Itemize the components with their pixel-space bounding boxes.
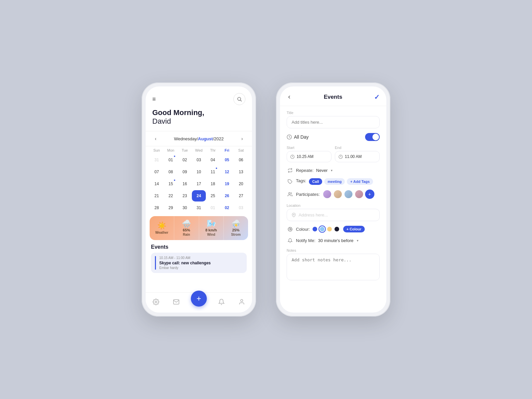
back-button[interactable] — [287, 94, 292, 100]
wind-label: Wind — [207, 233, 215, 236]
repeat-label: Repeate: — [296, 168, 314, 173]
tags-row-container: Tags: Call meeting + Add Tags — [287, 178, 380, 185]
add-tag-button[interactable]: + Add Tags — [347, 178, 373, 185]
rain-icon: 🌧️ — [182, 220, 191, 227]
colour-dot-dark[interactable] — [334, 227, 339, 231]
cal-cell[interactable]: 07 — [150, 166, 164, 178]
greeting-line2: David — [152, 117, 245, 126]
svg-point-2 — [155, 301, 157, 303]
cal-cell[interactable]: 27 — [234, 190, 248, 201]
rain-value: 65% — [183, 228, 190, 232]
location-input[interactable]: Address here... — [287, 209, 380, 221]
cal-cell[interactable]: 02 — [220, 202, 234, 213]
cal-cell[interactable]: 30 — [178, 202, 192, 213]
add-participant-button[interactable]: + — [365, 190, 374, 199]
events-section: Events 10.15 AM - 11:00 AM Skype call: n… — [146, 242, 252, 292]
calendar-week-3: 14 15 16 17 18 19 20 — [150, 178, 248, 190]
cal-cell[interactable]: 26 — [220, 190, 234, 201]
events-form-title: Events — [324, 94, 342, 100]
cal-cell[interactable]: 03 — [192, 154, 206, 166]
bell-icon[interactable] — [215, 296, 227, 308]
event-bar — [155, 256, 156, 270]
weather-item-storm: ⛈️ 25% Strom — [224, 216, 248, 240]
next-month-button[interactable]: › — [237, 134, 247, 143]
cal-cell[interactable]: 28 — [150, 202, 164, 213]
start-label: Start — [287, 146, 332, 150]
events-section-title: Events — [151, 244, 247, 250]
calendar-month-title: Wednesday/August/2022 — [174, 136, 223, 141]
cal-cell[interactable]: 06 — [234, 154, 248, 166]
notify-value: 30 minute's before — [318, 238, 354, 243]
cal-cell[interactable]: 13 — [234, 166, 248, 178]
participates-row: Participates: + — [287, 190, 380, 199]
add-colour-button[interactable]: + Colour — [343, 226, 365, 232]
end-time-button[interactable]: 11.00 AM — [335, 151, 380, 162]
allday-toggle[interactable] — [365, 133, 380, 141]
location-label: Location — [287, 203, 380, 207]
cal-cell[interactable]: 20 — [234, 178, 248, 190]
title-input[interactable] — [287, 116, 380, 128]
cal-cell-today[interactable]: 24 — [192, 190, 206, 201]
title-label: Title — [287, 111, 380, 115]
allday-label: All Day — [294, 134, 309, 140]
storm-icon: ⛈️ — [231, 220, 240, 227]
cal-cell[interactable]: 22 — [164, 190, 178, 201]
cal-cell[interactable]: 08 — [164, 166, 178, 178]
cal-cell[interactable]: 02 — [178, 154, 192, 166]
repeat-row: Repeate: Never ▾ — [287, 167, 380, 174]
tag-meeting[interactable]: meeting — [324, 178, 345, 185]
start-time-button[interactable]: 10.25 AM — [287, 151, 332, 162]
cal-cell[interactable]: 23 — [178, 190, 192, 201]
cal-cell[interactable]: 05 — [220, 154, 234, 166]
event-time: 10.15 AM - 11:00 AM — [159, 256, 211, 260]
cal-cell[interactable]: 09 — [178, 166, 192, 178]
cal-cell[interactable]: 10 — [192, 166, 206, 178]
mail-icon[interactable] — [170, 296, 182, 308]
colour-row: Colour: + Colour — [287, 226, 380, 232]
event-content: 10.15 AM - 11:00 AM Skype call: new chal… — [159, 256, 211, 270]
notes-textarea[interactable] — [287, 254, 380, 280]
svg-point-9 — [293, 214, 294, 215]
cal-cell[interactable]: 14 — [150, 178, 164, 190]
start-time-group: Start 10.25 AM — [287, 146, 332, 162]
profile-icon[interactable] — [236, 296, 248, 308]
cal-cell[interactable]: 12 — [220, 166, 234, 178]
tag-call[interactable]: Call — [309, 178, 322, 185]
event-name: Skype call: new challenges — [159, 261, 211, 265]
repeat-dropdown-arrow[interactable]: ▾ — [331, 169, 332, 172]
cal-cell[interactable]: 17 — [192, 178, 206, 190]
cal-cell[interactable]: 01 — [206, 202, 220, 213]
colour-dot-yellow[interactable] — [327, 227, 332, 231]
colour-dot-lightblue[interactable] — [320, 227, 325, 231]
cal-cell[interactable]: 19 — [220, 178, 234, 190]
cal-cell[interactable]: 31 — [192, 202, 206, 213]
cal-cell[interactable]: 29 — [164, 202, 178, 213]
settings-icon[interactable] — [150, 296, 162, 308]
save-button[interactable]: ✓ — [374, 93, 380, 101]
event-card[interactable]: 10.15 AM - 11:00 AM Skype call: new chal… — [151, 253, 247, 273]
cal-cell[interactable]: 21 — [150, 190, 164, 201]
cal-cell[interactable]: 01 — [164, 154, 178, 166]
colour-dot-blue[interactable] — [313, 227, 317, 231]
cal-cell[interactable]: 11 — [206, 166, 220, 178]
tag-icon — [287, 178, 293, 185]
cal-cell[interactable]: 31 — [150, 154, 164, 166]
tags-list: Call meeting + Add Tags — [309, 178, 373, 185]
cal-cell[interactable]: 18 — [206, 178, 220, 190]
cal-cell[interactable]: 15 — [164, 178, 178, 190]
prev-month-button[interactable]: ‹ — [151, 134, 160, 143]
add-event-button[interactable]: + — [191, 291, 207, 307]
title-group: Title — [287, 111, 380, 128]
search-button[interactable] — [233, 93, 245, 105]
notify-icon — [287, 237, 293, 244]
cal-cell[interactable]: 03 — [234, 202, 248, 213]
notify-dropdown-arrow[interactable]: ▾ — [357, 239, 358, 242]
events-form: Title All Day Start — [280, 106, 386, 313]
day-thr: Thr — [206, 148, 220, 152]
left-phone: ≡ Good Morning, David ‹ Wednesday/August… — [142, 82, 256, 317]
cal-cell[interactable]: 04 — [206, 154, 220, 166]
day-sat: Sat — [234, 148, 248, 152]
cal-cell[interactable]: 25 — [206, 190, 220, 201]
menu-icon[interactable]: ≡ — [152, 96, 156, 103]
cal-cell[interactable]: 16 — [178, 178, 192, 190]
